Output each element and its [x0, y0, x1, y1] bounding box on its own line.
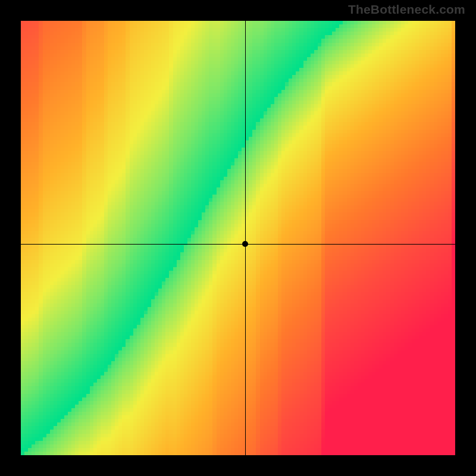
heatmap-canvas	[21, 21, 455, 455]
chart-frame: TheBottleneck.com	[0, 0, 476, 476]
crosshair-vertical	[245, 21, 246, 455]
watermark-text: TheBottleneck.com	[348, 2, 465, 17]
crosshair-marker	[242, 241, 248, 247]
crosshair-horizontal	[21, 244, 455, 245]
